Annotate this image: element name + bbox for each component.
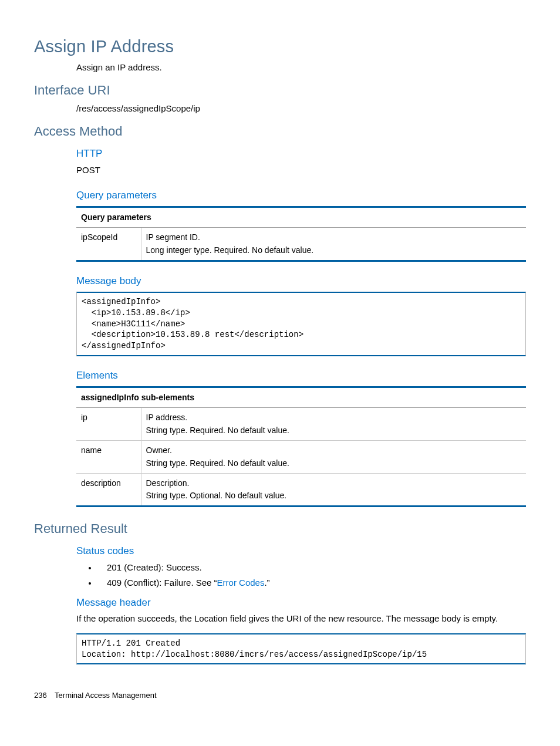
- table-row: name Owner. String type. Required. No de…: [76, 440, 526, 473]
- page-number: 236: [34, 691, 47, 700]
- access-method-heading: Access Method: [34, 123, 526, 140]
- element-desc: IP address. String type. Required. No de…: [141, 408, 526, 441]
- query-parameters-table: Query parameters ipScopeId IP segment ID…: [76, 206, 526, 262]
- interface-uri-heading: Interface URI: [34, 82, 526, 99]
- status-item: 201 (Created): Success.: [97, 562, 526, 573]
- message-header-heading: Message header: [34, 596, 526, 610]
- element-desc: Description. String type. Optional. No d…: [141, 473, 526, 507]
- param-desc: IP segment ID. Long integer type. Requir…: [141, 228, 526, 261]
- interface-uri-value: /res/access/assignedIpScope/ip: [34, 103, 526, 114]
- element-desc: Owner. String type. Required. No default…: [141, 440, 526, 473]
- query-parameters-heading: Query parameters: [34, 189, 526, 202]
- page-footer: 236 Terminal Access Management: [34, 690, 526, 701]
- message-header-text: If the operation succeeds, the Location …: [76, 613, 526, 625]
- returned-result-heading: Returned Result: [34, 520, 526, 538]
- message-body-code: <assignedIpInfo> <ip>10.153.89.8</ip> <n…: [76, 292, 526, 356]
- footer-section: Terminal Access Management: [55, 691, 156, 700]
- message-body-heading: Message body: [34, 275, 526, 288]
- element-name: name: [76, 440, 141, 473]
- table-caption: Query parameters: [76, 207, 526, 228]
- status-codes-heading: Status codes: [34, 545, 526, 558]
- http-heading: HTTP: [34, 147, 526, 161]
- intro-text: Assign an IP address.: [34, 62, 526, 73]
- status-codes-list: 201 (Created): Success. 409 (Conflict): …: [34, 562, 526, 589]
- table-row: ipScopeId IP segment ID. Long integer ty…: [76, 228, 526, 261]
- table-caption: assignedIpInfo sub-elements: [76, 387, 526, 408]
- element-name: description: [76, 473, 141, 507]
- table-row: description Description. String type. Op…: [76, 473, 526, 507]
- elements-heading: Elements: [34, 369, 526, 383]
- page-title: Assign IP Address: [34, 35, 526, 58]
- param-name: ipScopeId: [76, 228, 141, 261]
- error-codes-link[interactable]: Error Codes: [217, 578, 265, 588]
- element-name: ip: [76, 408, 141, 441]
- elements-table: assignedIpInfo sub-elements ip IP addres…: [76, 386, 526, 507]
- table-row: ip IP address. String type. Required. No…: [76, 408, 526, 441]
- http-value: POST: [34, 164, 526, 176]
- message-header-code: HTTP/1.1 201 Created Location: http://lo…: [76, 633, 526, 665]
- status-item: 409 (Conflict): Failure. See “Error Code…: [97, 577, 526, 589]
